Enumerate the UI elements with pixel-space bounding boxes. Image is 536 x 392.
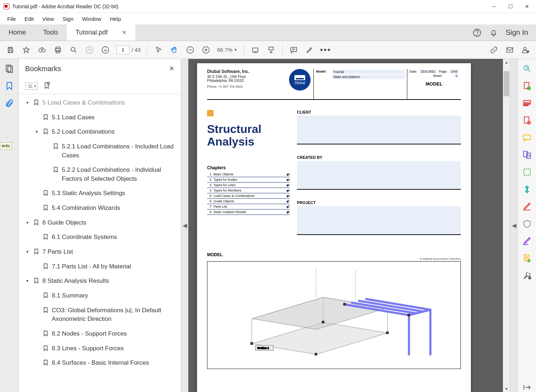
- search-tool-icon[interactable]: [522, 64, 532, 73]
- bookmark-item[interactable]: 5.1 Load Cases: [19, 110, 179, 125]
- menu-sign[interactable]: Sign: [60, 14, 75, 23]
- page-down-icon[interactable]: [101, 45, 110, 55]
- highlight-icon[interactable]: [305, 45, 314, 55]
- menu-window[interactable]: Window: [80, 14, 103, 23]
- save-icon[interactable]: [6, 45, 15, 55]
- svg-rect-35: [524, 117, 529, 123]
- close-panel-button[interactable]: ✕: [169, 65, 174, 73]
- bookmark-item[interactable]: 5.4 Combination Wizards: [19, 201, 179, 216]
- edit-pdf-icon[interactable]: [522, 98, 532, 108]
- bookmarks-list[interactable]: ▾5 Load Cases & Combinations5.1 Load Cas…: [19, 94, 181, 392]
- page-up-icon[interactable]: [85, 45, 94, 55]
- bookmark-item[interactable]: 5.2.1 Load Combinations - Included Load …: [19, 139, 179, 163]
- tab-tools[interactable]: Tools: [35, 24, 67, 41]
- share-user-icon[interactable]: [521, 45, 530, 55]
- bookmark-label: 8.2 Nodes - Support Forces: [52, 329, 177, 338]
- zoom-out-icon[interactable]: [185, 45, 195, 55]
- organize-icon[interactable]: [522, 167, 532, 177]
- document-viewport[interactable]: Dlubal Software, Inc. 30 S 15th St., 15t…: [188, 59, 510, 392]
- bookmark-item[interactable]: 6.1 Coordinate Systems: [19, 230, 179, 245]
- bookmark-item[interactable]: 8.1 Summary: [19, 289, 179, 303]
- protect-icon[interactable]: [522, 219, 532, 229]
- chevron-icon[interactable]: ▾: [24, 249, 30, 255]
- thumbnails-icon[interactable]: [5, 64, 14, 73]
- compress-icon[interactable]: [522, 185, 532, 194]
- window-close-button[interactable]: ✕: [519, 0, 535, 13]
- bookmarks-panel: Bookmarks ✕ ▾ ▾5 Load Cases & Combinatio…: [19, 59, 181, 392]
- menu-help[interactable]: Help: [108, 14, 123, 23]
- menu-file[interactable]: File: [5, 14, 18, 23]
- find-icon[interactable]: [69, 45, 78, 55]
- bookmark-icon: [33, 277, 40, 285]
- window-maximize-button[interactable]: ☐: [502, 0, 519, 13]
- more-tools-icon[interactable]: •••: [321, 45, 330, 55]
- accent-square: [207, 110, 214, 116]
- bookmark-item[interactable]: ▾8 Static Analysis Results: [19, 274, 179, 289]
- comment-tool-icon[interactable]: [522, 133, 532, 142]
- selection-tool-icon[interactable]: [154, 45, 163, 55]
- bookmark-icon: [42, 306, 49, 314]
- export-pdf-icon[interactable]: [522, 81, 532, 91]
- bookmark-item[interactable]: ▾5.2 Load Combinations: [19, 125, 179, 139]
- menu-view[interactable]: View: [40, 14, 56, 23]
- bookmark-label: 5 Load Cases & Combinations: [42, 98, 177, 107]
- comment-icon[interactable]: [289, 45, 298, 55]
- chevron-icon[interactable]: ▾: [24, 220, 30, 226]
- bookmarks-options-dropdown[interactable]: ▾: [25, 83, 38, 90]
- close-tab-button[interactable]: ✕: [122, 29, 127, 36]
- hand-tool-icon[interactable]: [170, 45, 179, 55]
- email-icon[interactable]: [505, 45, 514, 55]
- attachments-icon[interactable]: [5, 98, 14, 108]
- bookmark-item[interactable]: 5.3 Static Analysis Settings: [19, 186, 179, 201]
- collapse-left-button[interactable]: ◀: [181, 59, 188, 392]
- bookmark-item[interactable]: 5.2.2 Load Combinations - Individual Fac…: [19, 163, 179, 186]
- help-icon[interactable]: [473, 28, 481, 37]
- vertical-scrollbar[interactable]: ▴▾: [503, 59, 510, 392]
- print-icon[interactable]: [53, 45, 63, 55]
- bookmark-item[interactable]: CO3: Global Deformations |u|, In Default…: [19, 303, 179, 327]
- bookmark-item[interactable]: ▾7 Parts List: [19, 245, 179, 259]
- star-icon[interactable]: [22, 45, 31, 55]
- sign-in-button[interactable]: Sign In: [506, 28, 528, 37]
- bookmark-item[interactable]: 8.3 Lines - Support Forces: [19, 341, 179, 356]
- fill-sign-icon[interactable]: [522, 236, 532, 246]
- notifications-icon[interactable]: [489, 28, 498, 37]
- chevron-icon[interactable]: ▾: [24, 100, 30, 106]
- fit-width-icon[interactable]: [251, 45, 260, 55]
- model-drawing: Section 1: [207, 261, 461, 369]
- scroll-mode-icon[interactable]: [266, 45, 276, 55]
- tab-home[interactable]: Home: [0, 24, 35, 41]
- page-number-input[interactable]: [116, 46, 129, 54]
- table-row: 5Load Cases & Combinations4: [207, 193, 290, 199]
- zoom-in-icon[interactable]: [201, 45, 211, 55]
- create-pdf-icon[interactable]: [522, 116, 532, 125]
- company-name: Dlubal Software, Inc.: [207, 69, 286, 74]
- link-share-icon[interactable]: [489, 45, 499, 55]
- bookmark-label: 8.1 Summary: [52, 291, 177, 300]
- cloud-upload-icon[interactable]: [37, 45, 47, 55]
- zoom-dropdown[interactable]: 66.7% ▼: [217, 47, 237, 53]
- bookmark-item[interactable]: ▾5 Load Cases & Combinations: [19, 96, 179, 110]
- bookmark-icon: [42, 189, 49, 197]
- redact-icon[interactable]: [522, 202, 532, 211]
- bookmark-item[interactable]: 7.1 Parts List - All by Material: [19, 259, 179, 274]
- expand-rail-icon[interactable]: [522, 383, 532, 392]
- bookmark-item[interactable]: ▾6 Guide Objects: [19, 216, 179, 230]
- collapse-right-button[interactable]: ◀: [510, 59, 517, 392]
- bookmarks-rail-icon[interactable]: [5, 81, 14, 91]
- svg-rect-30: [524, 82, 529, 88]
- chevron-icon[interactable]: ▾: [34, 129, 40, 135]
- window-minimize-button[interactable]: ─: [486, 0, 502, 13]
- bookmark-item[interactable]: 8.2 Nodes - Support Forces: [19, 327, 179, 341]
- svg-rect-37: [523, 135, 531, 139]
- menu-edit[interactable]: Edit: [22, 14, 36, 23]
- stamp-icon[interactable]: [522, 254, 532, 263]
- bookmark-item[interactable]: 8.4 Surfaces - Basic Internal Forces: [19, 356, 179, 370]
- bookmark-label: 8 Static Analysis Results: [42, 277, 177, 286]
- chevron-icon[interactable]: ▾: [24, 278, 30, 285]
- bookmark-label: 5.2 Load Combinations: [52, 128, 177, 137]
- tab-document[interactable]: Tutorial.pdf ✕: [67, 24, 135, 41]
- combine-icon[interactable]: [522, 150, 532, 160]
- more-actions-icon[interactable]: [522, 271, 532, 280]
- new-bookmark-icon[interactable]: [43, 82, 51, 91]
